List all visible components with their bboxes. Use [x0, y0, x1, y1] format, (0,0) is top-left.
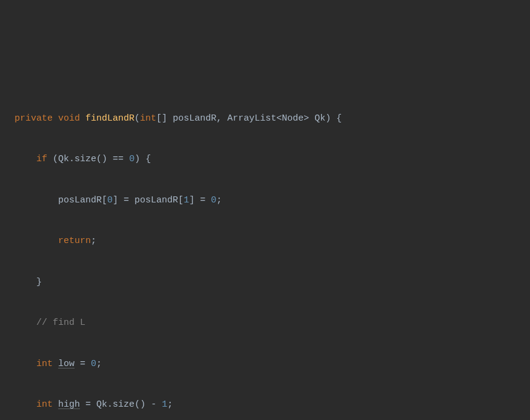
bracket: [	[102, 195, 107, 205]
var-qk: Qk	[96, 399, 107, 410]
method-size: size	[113, 399, 134, 410]
var-low: low	[58, 359, 75, 369]
bracket: ]	[113, 195, 118, 205]
number: 1	[184, 195, 189, 205]
keyword-int: int	[36, 359, 53, 369]
code-line: return;	[0, 231, 530, 252]
code-line: private void findLandR(int[] posLandR, A…	[0, 108, 530, 129]
semi: ;	[167, 399, 173, 410]
keyword-int: int	[36, 399, 53, 410]
assign: =	[80, 399, 96, 410]
lt: <	[276, 113, 282, 124]
semi: ;	[96, 359, 102, 369]
keyword-return: return	[58, 236, 91, 246]
var-poslandr: posLandR	[134, 195, 178, 205]
code-line: int low = 0;	[0, 354, 530, 375]
method-name: findLandR	[85, 113, 134, 124]
semi: ;	[216, 195, 222, 205]
number: 0	[129, 154, 134, 164]
code-editor[interactable]: private void findLandR(int[] posLandR, A…	[0, 88, 530, 420]
type-arraylist: ArrayList	[227, 113, 276, 124]
number: 0	[211, 195, 216, 205]
code-line: }	[0, 272, 530, 293]
parens: ()	[134, 399, 145, 410]
dot: .	[69, 154, 75, 164]
code-line: if (Qk.size() == 0) {	[0, 149, 530, 170]
param-name: posLandR	[173, 113, 216, 124]
paren: (	[134, 113, 140, 124]
assign: =	[118, 195, 134, 205]
brace: }	[36, 277, 42, 287]
type-int: int	[140, 113, 156, 124]
parens: ()	[96, 154, 107, 164]
var-high: high	[58, 399, 80, 410]
assign: =	[194, 195, 211, 205]
brackets: []	[156, 113, 167, 124]
bracket: ]	[189, 195, 194, 205]
assign: =	[75, 359, 91, 369]
comma: ,	[216, 113, 222, 124]
var-poslandr: posLandR	[58, 195, 102, 205]
close: ) {	[325, 113, 342, 124]
keyword-void: void	[58, 113, 80, 124]
param-name: Qk	[314, 113, 325, 124]
paren: (	[47, 154, 58, 164]
code-line: int high = Qk.size() - 1;	[0, 395, 530, 415]
code-line: // find L	[0, 313, 530, 333]
comment: // find L	[36, 318, 85, 328]
dot: .	[107, 399, 113, 410]
gt: >	[303, 113, 309, 124]
method-size: size	[75, 154, 96, 164]
bracket: [	[178, 195, 184, 205]
number: 0	[107, 195, 113, 205]
close: ) {	[134, 154, 151, 164]
number: 1	[162, 399, 167, 410]
var-qk: Qk	[58, 154, 69, 164]
minus: -	[145, 399, 162, 410]
eq-op: ==	[107, 154, 129, 164]
number: 0	[91, 359, 96, 369]
semi: ;	[91, 236, 96, 246]
keyword-if: if	[36, 154, 47, 164]
type-node: Node	[282, 113, 303, 124]
code-line: posLandR[0] = posLandR[1] = 0;	[0, 190, 530, 211]
keyword-private: private	[15, 113, 53, 124]
